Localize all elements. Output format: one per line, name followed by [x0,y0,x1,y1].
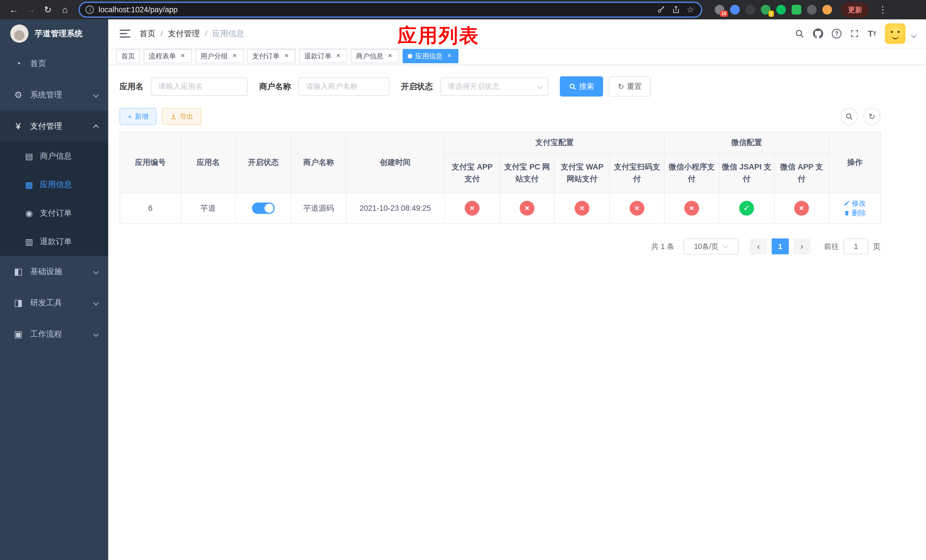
address-bar[interactable]: i localhost:1024/pay/app ☆ [79,2,702,18]
search-icon[interactable] [795,29,804,38]
password-key-icon[interactable] [657,5,666,14]
page-suffix: 页 [873,242,881,251]
extension-green-badge-icon[interactable]: 1 [761,5,770,15]
help-icon[interactable]: ? [832,29,841,38]
close-icon[interactable]: × [386,52,394,60]
col-alipay-pc: 支付宝 PC 网站支付 [500,153,554,193]
sidebar-item-home[interactable]: ◔首页 [0,48,108,79]
tab-pay-order[interactable]: 支付订单× [247,49,295,63]
close-icon[interactable]: × [283,52,291,60]
fullscreen-icon[interactable] [850,29,859,38]
extension-green-square-icon[interactable] [791,5,801,15]
extension-puzzle-icon[interactable]: 10 [715,5,725,15]
sidebar-subitem-pay-order[interactable]: ◉支付订单 [0,199,108,227]
merchant-name-input[interactable] [298,77,390,96]
tab-refund-order[interactable]: 退款订单× [299,49,347,63]
browser-home-icon[interactable]: ⌂ [57,2,73,18]
sidebar-item-infrastructure[interactable]: ◧基础设施 [0,256,108,287]
tab-home[interactable]: 首页 [116,49,140,63]
hide-search-button[interactable] [841,108,858,125]
col-alipay-wap: 支付宝 WAP 网站支付 [554,153,610,193]
breadcrumb-home[interactable]: 首页 [139,28,156,39]
status-select[interactable] [440,77,548,96]
status-label: 开启状态 [401,81,433,92]
extension-pin-icon[interactable] [730,5,740,15]
page-1-button[interactable]: 1 [772,238,789,254]
col-created: 创建时间 [346,132,445,193]
breadcrumb-payment[interactable]: 支付管理 [168,28,200,39]
disabled-cross-icon: × [465,201,480,216]
extension-puzzle-dark-icon[interactable] [807,5,817,15]
bookmark-star-icon[interactable]: ☆ [687,5,694,14]
goto-page-input[interactable] [843,238,869,254]
browser-update-button[interactable]: 更新 [841,2,869,17]
user-avatar[interactable] [885,23,905,44]
enabled-check-icon: ✓ [739,201,754,216]
col-wechat-jsapi: 微信 JSAPI 支付 [719,153,774,193]
search-form: 应用名 商户名称 开启状态 搜索 [120,76,915,97]
col-actions: 操作 [829,132,881,193]
delete-button[interactable]: 删除 [844,208,866,218]
sidebar-item-dev-tools[interactable]: ◨研发工具 [0,287,108,318]
sidebar-item-system[interactable]: ⚙系统管理 [0,79,108,110]
refresh-button[interactable]: ↻ [863,108,881,125]
extension-wechat-icon[interactable] [776,5,786,15]
url-text[interactable]: localhost:1024/pay/app [98,5,652,14]
export-button[interactable]: 导出 [162,108,201,125]
sidebar-subitem-refund-order[interactable]: ▥退款订单 [0,227,108,256]
table-toolbar: + 新增 导出 ↻ [120,108,881,125]
gear-icon: ⚙ [11,89,25,100]
chevron-down-icon [93,92,99,98]
col-alipay-app: 支付宝 APP 支付 [445,153,500,193]
sidebar-item-payment[interactable]: ¥支付管理 [0,110,108,142]
browser-menu-icon[interactable]: ⋮ [875,4,891,15]
font-size-icon[interactable]: TT [868,29,876,38]
app-name-input[interactable] [151,77,248,96]
workflow-box-icon: ▣ [11,329,25,339]
prev-page-button[interactable]: ‹ [750,238,767,254]
table-row: 6 芋道 芋道源码 2021-10-23 08:49:25 × × × × × … [120,193,881,223]
share-icon[interactable] [672,5,680,14]
browser-back-icon[interactable]: ← [6,2,22,18]
browser-forward-icon[interactable]: → [23,2,39,18]
status-switch[interactable] [252,203,275,214]
screen: ← → ↻ ⌂ i localhost:1024/pay/app ☆ 101 更… [0,0,926,560]
disabled-cross-icon: × [520,201,534,216]
close-icon[interactable]: × [179,52,187,60]
avatar-caret-icon[interactable] [911,32,917,38]
cell-app-name: 芋道 [181,193,236,223]
sidebar-collapse-icon[interactable] [120,30,130,38]
search-button[interactable]: 搜索 [560,76,603,97]
next-page-button[interactable]: › [793,238,810,254]
close-icon[interactable]: × [334,52,342,60]
disabled-cross-icon: × [794,201,809,216]
toolbox-icon: ◨ [11,297,25,308]
bank-card-icon: ▤ [23,151,35,161]
active-dot-icon [408,54,412,58]
sidebar-subitem-merchant-info[interactable]: ▤商户信息 [0,142,108,170]
tab-user-group[interactable]: 用户分组× [195,49,244,63]
extension-dark-circle-icon[interactable] [746,5,755,15]
refresh-icon: ↻ [618,83,624,90]
app-name-label: 应用名 [120,81,144,92]
site-info-icon[interactable]: i [85,5,94,14]
reset-button[interactable]: ↻ 重置 [609,76,651,97]
col-wechat-mini: 微信小程序支付 [664,153,719,193]
page-size-select[interactable]: 10条/页 [683,238,738,254]
browser-reload-icon[interactable]: ↻ [40,2,56,18]
close-icon[interactable]: × [445,52,453,60]
tab-flow-form[interactable]: 流程表单× [144,49,192,63]
edit-button[interactable]: 修改 [844,198,866,208]
tab-app-info[interactable]: 应用信息× [402,49,458,63]
tab-merchant-info[interactable]: 商户信息× [351,49,399,63]
page-content: 应用名 商户名称 开启状态 搜索 [108,65,926,560]
close-icon[interactable]: × [231,52,239,60]
sidebar-item-workflow[interactable]: ▣工作流程 [0,318,108,350]
extension-badge: 1 [769,11,774,17]
group-wechat-config: 微信配置 [664,132,829,153]
app-logo-row[interactable]: 芋道管理系统 [0,20,108,48]
extension-face-icon[interactable] [822,5,832,15]
add-button[interactable]: + 新增 [120,108,156,125]
sidebar-subitem-app-info[interactable]: ▦应用信息 [0,170,108,199]
github-icon[interactable] [813,29,823,39]
